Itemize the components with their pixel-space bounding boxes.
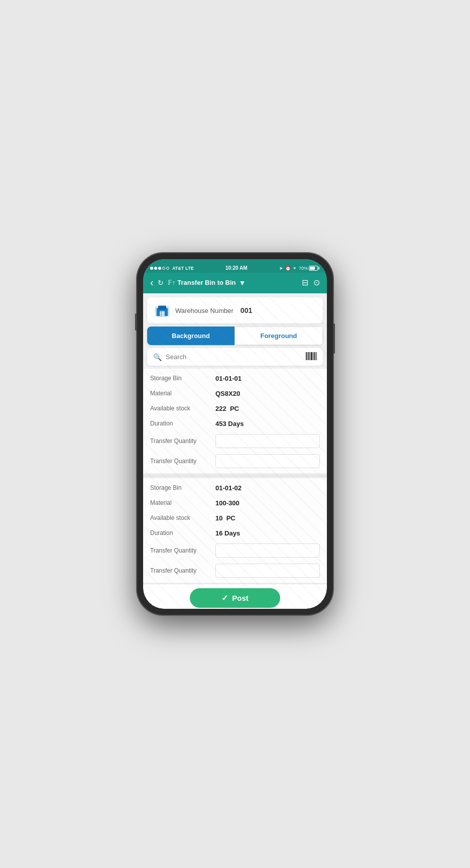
search-icon: 🔍 [153,353,162,361]
svg-rect-4 [161,311,162,316]
warehouse-number-value: 001 [241,306,252,314]
foreground-tab[interactable]: Foreground [234,327,323,345]
storage-bin-label-2: Storage Bin [150,484,215,491]
signal-dot-1 [150,267,153,270]
tab-toggle: Background Foreground [147,327,323,345]
post-footer: ✓ Post [143,584,327,609]
transfer-qty-input-1a[interactable] [215,434,320,448]
background-tab[interactable]: Background [147,327,234,345]
available-stock-value-2: 10 PC [215,514,236,522]
svg-rect-6 [307,352,308,360]
app-header: ‹ ↻ 𝔽↑ Transfer Bin to Bin ▼ ⊟ ⊙ [143,273,327,293]
svg-rect-11 [314,352,315,360]
duration-label-1: Duration [150,420,215,427]
material-row-2: Material 100-300 [143,495,327,510]
transfer-qty-row-1b: Transfer Quantity [143,451,327,471]
battery-icon [309,266,318,271]
network-label: LTE [185,266,193,271]
signal-dots [150,267,169,270]
notch-area: AT&T LTE 10:20 AM ➤ ⏰ ✴ 70% [143,259,327,293]
material-row-1: Material QS8X20 [143,386,327,401]
svg-rect-9 [311,352,312,360]
warehouse-card: Warehouse Number 001 [147,297,323,323]
time-display: 10:20 AM [225,265,248,271]
material-value-1: QS8X20 [215,390,240,397]
barcode-scan-icon[interactable] [306,352,317,362]
signal-dot-5 [166,267,169,270]
main-content: Warehouse Number 001 Background Foregrou… [143,293,327,609]
status-bar: AT&T LTE 10:20 AM ➤ ⏰ ✴ 70% [143,264,327,273]
transfer-qty-input-1b[interactable] [215,454,320,468]
material-label-2: Material [150,499,215,506]
storage-bin-value-1: 01-01-01 [215,375,242,382]
post-check-icon: ✓ [221,593,228,603]
header-right-icons: ⊟ ⊙ [302,278,320,287]
record-2: Storage Bin 01-01-02 Material 100-300 Av… [143,478,327,583]
available-stock-label-1: Available stock [150,405,215,412]
transfer-qty-label-2a: Transfer Quantity [150,547,215,554]
carrier-label: AT&T [172,266,184,271]
battery-container: 70% [299,266,318,271]
transfer-qty-label-1a: Transfer Quantity [150,438,215,445]
available-stock-label-2: Available stock [150,514,215,521]
available-stock-value-1: 222 PC [215,405,239,412]
transfer-qty-label-2b: Transfer Quantity [150,567,215,574]
transfer-qty-row-2a: Transfer Quantity [143,540,327,561]
page-title: Transfer Bin to Bin [177,279,236,286]
filter-icon[interactable]: ▼ [239,279,246,287]
material-label-1: Material [150,390,215,397]
transfer-qty-input-2a[interactable] [215,544,320,558]
header-title-area: 𝔽↑ Transfer Bin to Bin ▼ [168,279,298,287]
svg-rect-13 [316,352,317,360]
duration-row-1: Duration 453 Days [143,416,327,431]
transfer-qty-row-1a: Transfer Quantity [143,431,327,451]
available-stock-row-1: Available stock 222 PC [143,401,327,416]
phone-inner: AT&T LTE 10:20 AM ➤ ⏰ ✴ 70% [143,259,327,609]
bluetooth-icon: ✴ [293,266,297,271]
clock-list-icon[interactable]: ⊙ [313,278,320,287]
section-separator [143,474,327,477]
status-right: ➤ ⏰ ✴ 70% [279,266,318,271]
post-button[interactable]: ✓ Post [190,588,280,608]
svg-rect-2 [158,305,166,309]
search-bar: 🔍 [147,348,323,366]
transfer-qty-label-1b: Transfer Quantity [150,458,215,465]
transfer-qty-row-2b: Transfer Quantity [143,561,327,581]
post-label: Post [232,594,249,602]
content-wrapper: Warehouse Number 001 Background Foregrou… [143,297,327,609]
duration-value-2: 16 Days [215,529,240,537]
svg-rect-7 [308,352,309,360]
battery-level: 70% [299,266,308,271]
refresh-icon[interactable]: ↻ [158,279,164,287]
storage-bin-label-1: Storage Bin [150,375,215,382]
svg-rect-10 [313,352,313,360]
duration-label-2: Duration [150,529,215,536]
list-view-icon[interactable]: ⊟ [302,278,308,287]
record-1: Storage Bin 01-01-01 Material QS8X20 Ava… [143,369,327,473]
storage-bin-value-2: 01-01-02 [215,484,242,492]
transfer-qty-input-2b[interactable] [215,564,320,578]
svg-rect-12 [315,352,316,360]
warehouse-number-label: Warehouse Number [175,307,233,314]
battery-fill [310,267,315,270]
back-button[interactable]: ‹ [150,277,154,288]
warehouse-svg-icon [154,302,170,318]
svg-rect-3 [160,311,165,316]
storage-bin-row-2: Storage Bin 01-01-02 [143,480,327,495]
duration-row-2: Duration 16 Days [143,525,327,540]
screen: AT&T LTE 10:20 AM ➤ ⏰ ✴ 70% [143,259,327,609]
location-icon: ➤ [279,266,283,271]
filter-sort-icon: 𝔽↑ [168,279,176,286]
svg-rect-5 [306,352,307,360]
signal-dot-4 [162,267,165,270]
storage-bin-row-1: Storage Bin 01-01-01 [143,371,327,386]
available-stock-row-2: Available stock 10 PC [143,510,327,525]
material-value-2: 100-300 [215,499,240,507]
search-input[interactable] [166,353,302,361]
status-left: AT&T LTE [150,266,194,271]
signal-dot-3 [158,267,161,270]
alarm-icon: ⏰ [285,266,291,271]
signal-dot-2 [154,267,157,270]
svg-rect-8 [310,352,310,360]
duration-value-1: 453 Days [215,420,244,427]
